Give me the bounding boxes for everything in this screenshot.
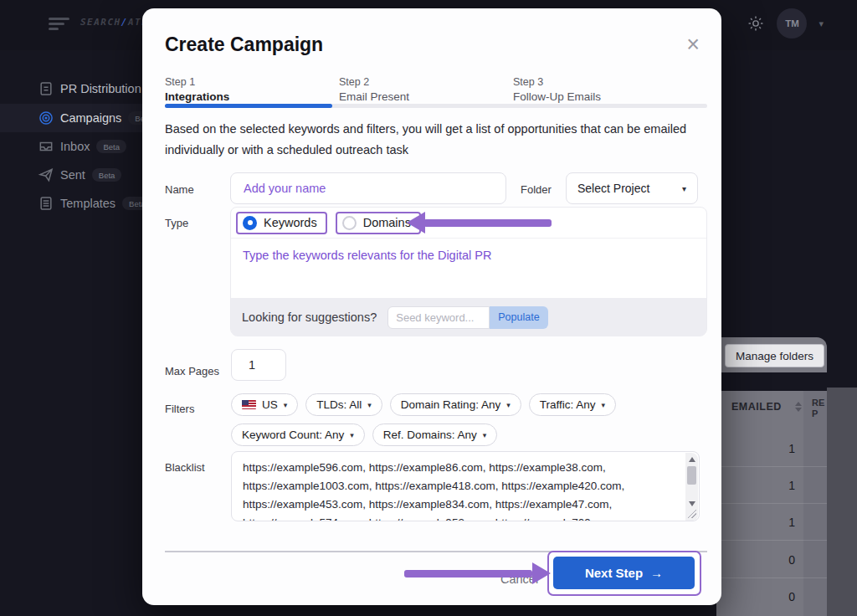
modal-description: Based on the selected keywords and filte… — [165, 119, 690, 161]
create-campaign-modal: Create Campaign × Step 1Integrations Ste… — [142, 8, 721, 605]
chevron-down-icon: ▾ — [506, 401, 511, 409]
folder-label: Folder — [521, 183, 552, 196]
emailed-column-header[interactable]: EMAILED — [731, 401, 782, 413]
menu-icon[interactable] — [49, 18, 70, 30]
us-flag-icon — [242, 400, 256, 409]
annotation-arrow-left — [407, 212, 552, 234]
scroll-up-icon[interactable] — [689, 457, 695, 462]
inbox-icon — [38, 138, 54, 155]
step-3-follow-up-emails: Step 3Follow-Up Emails — [513, 75, 601, 104]
scrollbar-thumb[interactable] — [687, 466, 696, 485]
sidebar: PR Distribution + Campaigns Beta Inbox B… — [0, 74, 142, 218]
background-panel-edge — [827, 388, 857, 616]
radio-selected-icon — [243, 216, 257, 230]
campaigns-target-icon — [38, 110, 54, 126]
settings-gear-icon[interactable] — [747, 14, 765, 33]
step-2-email-present: Step 2Email Present — [339, 75, 409, 104]
blacklist-label: Blacklist — [165, 461, 205, 474]
sidebar-item-campaigns[interactable]: Campaigns Beta — [0, 104, 142, 132]
manage-folders-button[interactable]: Manage folders — [725, 344, 824, 367]
table-cell-emailed: 0 — [762, 553, 795, 567]
chevron-down-icon: ▾ — [284, 401, 288, 409]
max-pages-label: Max Pages — [165, 365, 219, 377]
table-cell-emailed: 1 — [762, 479, 795, 492]
populate-button[interactable]: Populate — [490, 306, 547, 329]
sidebar-item-label: PR Distribution — [45, 82, 141, 95]
beta-badge: Beta — [96, 140, 126, 153]
keyword-count-filter-dropdown[interactable]: Keyword Count: Any ▾ — [231, 424, 365, 446]
chevron-down-icon: ▾ — [601, 401, 605, 409]
name-placeholder: Add your name — [244, 182, 326, 195]
modal-title: Create Campaign — [165, 33, 323, 56]
filters-label: Filters — [165, 403, 194, 415]
background-gap — [827, 337, 857, 388]
app-screen: SEARCH/ATL TM ▾ PR Distribution + Campai… — [0, 0, 857, 616]
close-icon[interactable]: × — [686, 33, 700, 56]
name-label: Name — [165, 183, 194, 196]
blacklist-text: https://example596.com, https://example8… — [232, 452, 699, 521]
traffic-filter-dropdown[interactable]: Traffic: Any ▾ — [529, 393, 616, 416]
country-filter-dropdown[interactable]: US ▾ — [231, 393, 298, 416]
template-doc-icon — [38, 195, 54, 212]
sort-icon[interactable] — [795, 402, 802, 412]
document-icon — [38, 80, 54, 97]
stepper-progress-track — [165, 104, 707, 108]
campaigns-table: EMAILED RE P 1 1 1 0 0 — [716, 391, 827, 616]
sidebar-item-pr-distribution[interactable]: PR Distribution + — [0, 74, 142, 104]
sidebar-item-sent[interactable]: Sent Beta — [0, 161, 142, 189]
sidebar-item-templates[interactable]: Templates Beta — [0, 189, 142, 218]
radio-keywords[interactable]: Keywords — [236, 212, 327, 234]
chevron-down-icon[interactable]: ▾ — [819, 18, 824, 29]
suggestions-row: Looking for suggestions? Seed keyword...… — [231, 298, 706, 336]
chevron-down-icon: ▾ — [350, 431, 354, 439]
suggestions-label: Looking for suggestions? — [242, 311, 377, 324]
filters-row-2: Keyword Count: Any ▾ Ref. Domains: Any ▾ — [231, 424, 497, 446]
resize-handle-icon[interactable] — [688, 510, 696, 518]
table-cell-emailed: 0 — [762, 590, 795, 603]
stepper-progress-fill — [165, 104, 332, 108]
annotation-arrow-right — [404, 562, 552, 584]
type-label: Type — [165, 217, 188, 229]
ref-domains-filter-dropdown[interactable]: Ref. Domains: Any ▾ — [372, 424, 497, 446]
keywords-textarea[interactable]: Type the keywords relevants for the Digi… — [231, 239, 706, 298]
arrow-right-icon: → — [650, 566, 663, 580]
paper-plane-icon — [38, 167, 54, 183]
type-card: Keywords Domains Type the keywords relev… — [230, 207, 707, 336]
step-1-integrations: Step 1Integrations — [165, 75, 229, 104]
clipped-column-header: RE P — [812, 398, 824, 419]
radio-unselected-icon — [342, 216, 357, 230]
chevron-down-icon: ▾ — [367, 401, 372, 409]
app-logo: SEARCH/ATL — [80, 17, 148, 28]
max-pages-input[interactable]: 1 — [231, 349, 286, 381]
filters-row-1: US ▾ TLDs: All ▾ Domain Rating: Any ▾ Tr… — [231, 393, 616, 416]
table-cell-emailed: 1 — [762, 442, 795, 455]
table-cell-emailed: 1 — [762, 516, 795, 529]
chevron-down-icon: ▾ — [682, 184, 686, 193]
campaign-name-input[interactable]: Add your name — [230, 172, 506, 204]
sidebar-item-label: Campaigns — [45, 111, 121, 125]
chevron-down-icon: ▾ — [483, 431, 487, 439]
keywords-placeholder: Type the keywords relevants for the Digi… — [243, 249, 491, 262]
folder-select[interactable]: Select Project ▾ — [566, 172, 698, 204]
sidebar-item-label: Templates — [45, 197, 115, 210]
blacklist-textarea[interactable]: https://example596.com, https://example8… — [231, 451, 700, 521]
scroll-down-icon[interactable] — [689, 501, 695, 506]
tlds-filter-dropdown[interactable]: TLDs: All ▾ — [305, 393, 382, 416]
sidebar-item-inbox[interactable]: Inbox Beta — [0, 132, 142, 161]
seed-keyword-input[interactable]: Seed keyword... — [387, 306, 490, 329]
next-step-button[interactable]: Next Step → — [553, 557, 695, 589]
beta-badge: Beta — [92, 168, 122, 182]
avatar[interactable]: TM — [777, 8, 807, 38]
next-step-highlight-box: Next Step → — [547, 551, 701, 596]
domain-rating-filter-dropdown[interactable]: Domain Rating: Any ▾ — [390, 393, 521, 416]
folders-toolbar: Manage folders — [716, 337, 827, 372]
